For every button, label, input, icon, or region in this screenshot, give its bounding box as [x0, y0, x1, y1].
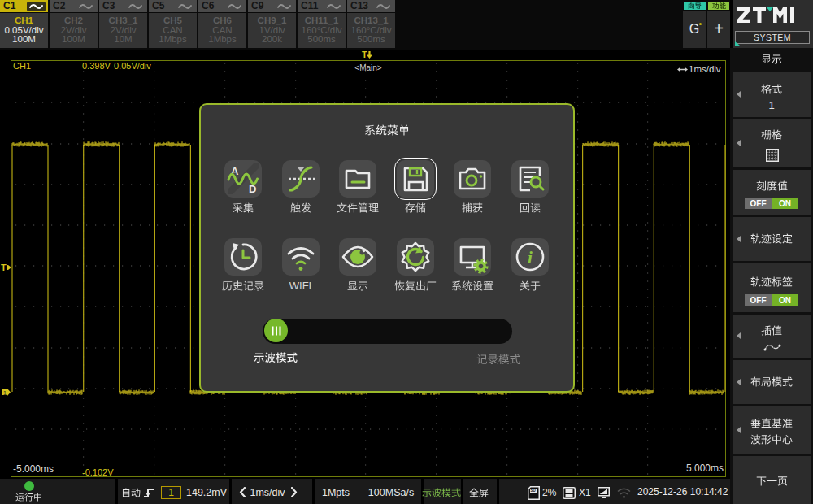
svg-text:i: i — [528, 248, 533, 267]
svg-text:1: 1 — [3, 390, 7, 396]
svg-text:SD: SD — [531, 489, 537, 493]
svg-text:D: D — [249, 183, 256, 195]
